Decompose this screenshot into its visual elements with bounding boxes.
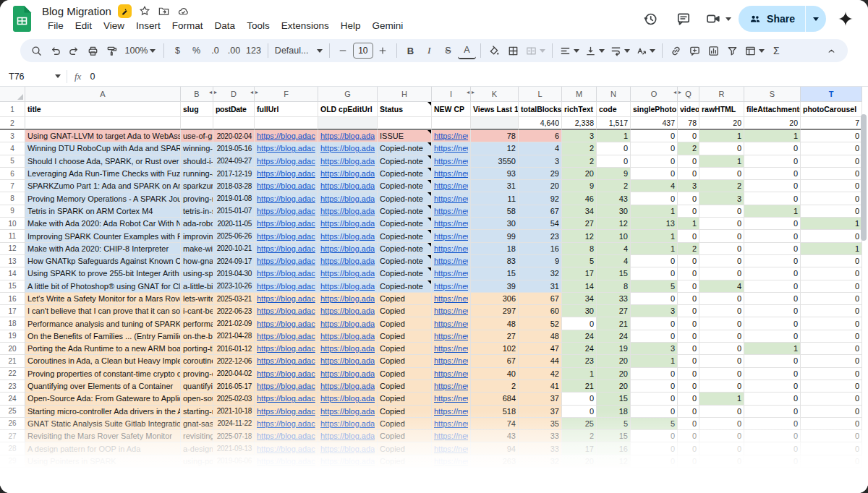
cell[interactable]: 0	[744, 155, 801, 168]
cell[interactable]: 0	[678, 355, 699, 367]
cell[interactable]: 0	[678, 267, 699, 280]
cell[interactable]: Using SPARK to prove 255-bit Integer Ari…	[25, 267, 181, 280]
cell[interactable]: 0	[699, 406, 744, 418]
cell[interactable]: https://blog.adac	[318, 192, 378, 205]
cell[interactable]: how-gnatl	[181, 255, 213, 267]
cell[interactable]: 3	[678, 180, 699, 192]
cell[interactable]: richText	[562, 102, 597, 117]
cell-link[interactable]: https://blog.adac	[257, 169, 315, 178]
cell[interactable]: https://blog.adac	[318, 317, 378, 330]
cell[interactable]: https://blog.adac	[255, 368, 318, 380]
format-percent-button[interactable]: %	[187, 42, 205, 59]
cell[interactable]: https://blog.adac	[318, 130, 378, 142]
cell[interactable]: ada-robot	[181, 218, 213, 230]
cell[interactable]: Copied	[378, 317, 432, 330]
cell-with-note[interactable]: Copied-note	[378, 218, 432, 230]
cell[interactable]: use-of-gn	[181, 130, 213, 142]
cell[interactable]: How GNATkp Safeguards Against Known C	[25, 255, 181, 267]
cell[interactable]: 13	[631, 218, 678, 230]
cell[interactable]: 0	[631, 130, 678, 142]
name-box-caret-icon[interactable]	[55, 74, 61, 78]
cell[interactable]: 0	[631, 267, 678, 280]
cell[interactable]: 2	[699, 180, 744, 192]
cell[interactable]: 27	[562, 218, 597, 230]
cell-link[interactable]: https://blog.adac	[257, 232, 315, 241]
videocam-caret-icon[interactable]	[726, 17, 731, 21]
cell[interactable]: Tetris in SPARK on ARM Cortex M4	[25, 205, 181, 218]
row-header-5[interactable]: 5	[0, 155, 25, 168]
cell[interactable]: 1	[801, 218, 862, 230]
cell[interactable]: 0	[631, 380, 678, 393]
cell[interactable]: 93	[471, 168, 519, 180]
cell[interactable]: 0	[744, 180, 801, 192]
scrollbar-thumb[interactable]	[861, 114, 867, 241]
cell-with-note[interactable]: Copied-note	[378, 192, 432, 205]
cell[interactable]: tetris-in-s	[181, 205, 213, 218]
cell-link[interactable]: https://blog.adac	[320, 332, 375, 340]
cell-with-note[interactable]: Copied-note	[378, 155, 432, 168]
cell[interactable]: 2	[678, 142, 699, 155]
cell[interactable]: 0	[744, 218, 801, 230]
cell[interactable]: 0	[801, 280, 862, 293]
cell-link[interactable]: https://blog.adac	[257, 419, 315, 428]
cell[interactable]: 2021-10-18	[213, 406, 255, 418]
cell[interactable]: 2021-04-28	[213, 330, 255, 343]
menu-edit[interactable]: Edit	[69, 20, 98, 35]
cell[interactable]: 48	[471, 317, 519, 330]
cell[interactable]: https://blog.adac	[255, 455, 318, 468]
cell[interactable]: Make with Ada 2020: Ada Robot Car With N	[25, 218, 181, 230]
cell[interactable]: 2025-03-21	[213, 293, 255, 305]
gemini-icon[interactable]	[833, 4, 858, 33]
cell-link[interactable]: https://blog.adac	[320, 244, 375, 253]
cell[interactable]: https://blog.adac	[318, 218, 378, 230]
cell[interactable]: 2019-05-16	[213, 142, 255, 155]
cell-link[interactable]: https://new	[434, 320, 468, 328]
cell[interactable]: Open-Source Ada: From Gateware to Applic	[25, 393, 181, 405]
cell[interactable]: 16	[519, 243, 562, 255]
cell[interactable]: 0	[801, 305, 862, 317]
cell[interactable]: 0	[699, 142, 744, 155]
cell[interactable]: a-little-bit-	[181, 280, 213, 293]
cell-link[interactable]: https://blog.adac	[320, 457, 375, 466]
cell[interactable]: Copied	[378, 330, 432, 343]
cell[interactable]: Performance analysis and tuning of SPARK	[25, 317, 181, 330]
cell[interactable]: https://blog.adac	[318, 418, 378, 430]
cell[interactable]: Copied	[378, 368, 432, 380]
cell[interactable]: 0	[678, 442, 699, 455]
row-header-15[interactable]: 15	[0, 280, 25, 293]
cell[interactable]: Coroutines in Ada, a Clean but Heavy Imp…	[25, 355, 181, 367]
cloud-status-icon[interactable]	[177, 4, 190, 17]
cell[interactable]: A design pattern for OOP in Ada	[25, 442, 181, 455]
cell-link[interactable]: https://blog.adac	[257, 394, 315, 403]
cell-link[interactable]: https://new	[434, 132, 468, 140]
text-rotation-icon[interactable]	[633, 42, 658, 59]
cell[interactable]: 0	[699, 218, 744, 230]
cell[interactable]: https://blog.adac	[255, 180, 318, 192]
cell[interactable]: 0	[801, 455, 862, 468]
cell[interactable]: 0	[744, 243, 801, 255]
cell[interactable]: 0	[597, 155, 631, 168]
cell[interactable]: https://blog.adac	[255, 330, 318, 343]
cell[interactable]: 0	[699, 168, 744, 180]
cell-with-note[interactable]: Copied-note	[378, 168, 432, 180]
cell[interactable]: 34	[562, 205, 597, 218]
cell[interactable]: 1	[631, 205, 678, 218]
cell[interactable]: 15	[597, 430, 631, 442]
increase-decimal-button[interactable]: .00	[225, 42, 243, 59]
cell[interactable]: https://blog.adac	[255, 293, 318, 305]
cell-link[interactable]: https://blog.adac	[320, 232, 375, 241]
cell[interactable]: 1	[699, 155, 744, 168]
cell[interactable]: 4,640	[519, 117, 562, 130]
cell[interactable]: 0	[699, 305, 744, 317]
cell[interactable]: https://blog.adac	[318, 343, 378, 355]
video-call-button[interactable]	[702, 4, 731, 33]
cell[interactable]: https://new	[432, 355, 471, 367]
cell[interactable]: 0	[744, 305, 801, 317]
cell[interactable]: https://new	[432, 192, 471, 205]
cell[interactable]: https://new	[432, 255, 471, 267]
cell[interactable]: gnat-sas-	[181, 418, 213, 430]
cell[interactable]: Copied	[378, 442, 432, 455]
formula-input[interactable]: 0	[90, 72, 95, 82]
cell[interactable]: https://blog.adac	[318, 280, 378, 293]
cell[interactable]: 44	[519, 355, 562, 367]
